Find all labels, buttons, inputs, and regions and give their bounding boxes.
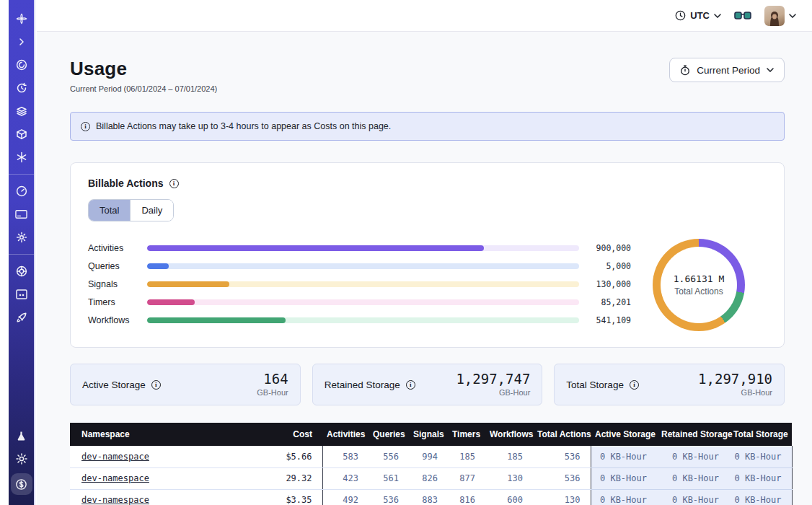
billable-tabs: Total Daily: [88, 199, 174, 221]
stopwatch-icon: [680, 65, 690, 76]
bar-row: Queries5,000: [88, 257, 631, 275]
namespace-link[interactable]: dev-namespace: [81, 473, 149, 483]
table-cell: 0 KB-Hour: [729, 467, 792, 489]
table-cell: 561: [369, 467, 409, 489]
page-subtitle: Current Period (06/01/2024 – 07/01/2024): [70, 84, 217, 93]
namespace-cell[interactable]: dev-namespace: [70, 489, 250, 505]
table-cell: 883: [409, 489, 448, 505]
temporal-logo-icon[interactable]: [12, 10, 32, 27]
donut-total-value: 1.66131 M: [674, 273, 724, 284]
table-cell: 536: [369, 489, 409, 505]
table-cell: 826: [409, 467, 448, 489]
table-cell: 0 KB-Hour: [591, 489, 657, 505]
table-cell: 0 KB-Hour: [657, 467, 729, 489]
info-icon[interactable]: i: [151, 380, 161, 390]
user-avatar[interactable]: [764, 6, 785, 26]
storage-label-text: Active Storage: [82, 379, 146, 390]
bar-category-label: Signals: [88, 279, 141, 289]
bar-value: 130,000: [586, 279, 631, 289]
glasses-icon[interactable]: [734, 11, 751, 20]
chevron-down-icon: [714, 14, 721, 18]
namespace-cell[interactable]: dev-namespace: [70, 467, 250, 489]
bar-value: 541,109: [586, 315, 631, 325]
retained-storage-card: Retained Storage i 1,297,747 GB-Hour: [312, 364, 543, 405]
bar-track: [147, 245, 579, 251]
column-header: Cost: [250, 423, 322, 446]
namespaces-icon[interactable]: [12, 56, 32, 74]
namespace-link[interactable]: dev-namespace: [81, 495, 149, 505]
table-cell: 994: [409, 446, 448, 467]
deployments-cube-icon[interactable]: [12, 126, 32, 143]
sidebar-divider: [9, 254, 34, 255]
timezone-label: UTC: [690, 10, 710, 21]
info-banner: i Billable Actions may take up to 3-4 ho…: [70, 112, 785, 141]
tab-total[interactable]: Total: [89, 200, 130, 221]
table-row: dev-namespace$5.665835569941851855360 KB…: [70, 446, 792, 467]
storage-value-block: 1,297,910 GB-Hour: [698, 372, 772, 397]
chevron-down-icon: [767, 68, 774, 72]
billing-card-icon[interactable]: [12, 206, 32, 223]
billable-actions-card: Billable Actions i Total Daily Activitie…: [70, 162, 785, 348]
tab-daily[interactable]: Daily: [130, 200, 173, 221]
column-header: Workflows: [485, 423, 533, 446]
batch-asterisk-icon[interactable]: [12, 149, 32, 166]
storage-label: Total Storage i: [566, 379, 639, 390]
total-actions-donut: 1.66131 M Total Actions: [653, 239, 745, 331]
storage-value: 1,297,910: [698, 372, 772, 387]
table-cell: 29.32: [250, 467, 322, 489]
storage-label-text: Retained Storage: [325, 379, 400, 390]
timezone-selector[interactable]: UTC: [675, 10, 721, 21]
billable-chart: Activities900,000Queries5,000Signals130,…: [88, 239, 767, 331]
bar-value: 85,201: [586, 297, 631, 307]
support-lifebuoy-icon[interactable]: [12, 263, 32, 280]
labs-flask-icon[interactable]: [12, 427, 32, 444]
table-row: dev-namespace29.324235618268771305360 KB…: [70, 467, 792, 489]
table-cell: 536: [533, 446, 591, 467]
info-icon[interactable]: i: [630, 380, 639, 390]
active-storage-card: Active Storage i 164 GB-Hour: [70, 364, 301, 405]
info-icon[interactable]: i: [406, 380, 415, 390]
total-storage-card: Total Storage i 1,297,910 GB-Hour: [554, 364, 785, 405]
table-row: dev-namespace$3.354925368838166001300 KB…: [70, 489, 792, 505]
settings-gear-icon[interactable]: [12, 229, 32, 246]
getting-started-rocket-icon[interactable]: [12, 309, 32, 326]
sidebar: [9, 0, 35, 505]
theme-sun-icon[interactable]: [12, 450, 32, 467]
table-cell: 536: [533, 467, 591, 489]
table-cell: 0 KB-Hour: [591, 446, 657, 467]
title-row: Usage Current Period (06/01/2024 – 07/01…: [70, 58, 785, 93]
table-cell: 600: [485, 489, 533, 505]
bar-fill: [147, 299, 195, 305]
donut-column: 1.66131 M Total Actions: [631, 239, 767, 331]
terminal-icon[interactable]: [12, 286, 32, 303]
table-cell: 130: [485, 467, 533, 489]
bar-row: Signals130,000: [88, 275, 631, 293]
table-cell: 185: [485, 446, 533, 467]
table-cell: 130: [533, 489, 591, 505]
table-cell: 583: [322, 446, 369, 467]
bar-value: 900,000: [586, 243, 631, 253]
usage-gauge-icon[interactable]: [12, 183, 32, 200]
info-icon[interactable]: i: [169, 179, 179, 188]
storage-unit: GB-Hour: [257, 388, 288, 397]
namespace-link[interactable]: dev-namespace: [81, 452, 149, 462]
bar-category-label: Activities: [88, 243, 141, 253]
period-dropdown-button[interactable]: Current Period: [669, 58, 785, 82]
namespace-cell[interactable]: dev-namespace: [70, 446, 250, 467]
column-header: Timers: [448, 423, 485, 446]
storage-value: 164: [257, 372, 288, 387]
chevron-expand-icon[interactable]: [12, 33, 32, 50]
namespace-usage-table: NamespaceCostActivitiesQueriesSignalsTim…: [70, 423, 785, 505]
title-block: Usage Current Period (06/01/2024 – 07/01…: [70, 58, 217, 93]
user-menu[interactable]: [764, 6, 796, 26]
pricing-dollar-icon[interactable]: [11, 473, 32, 495]
info-icon: i: [81, 122, 90, 131]
table-cell: 0 KB-Hour: [591, 467, 657, 489]
schedules-history-icon[interactable]: [12, 79, 32, 97]
table-cell: $3.35: [250, 489, 322, 505]
table-cell: 556: [369, 446, 409, 467]
period-button-label: Current Period: [697, 65, 760, 76]
bar-value: 5,000: [586, 261, 631, 271]
topbar: UTC: [37, 0, 812, 32]
layers-icon[interactable]: [12, 102, 32, 120]
